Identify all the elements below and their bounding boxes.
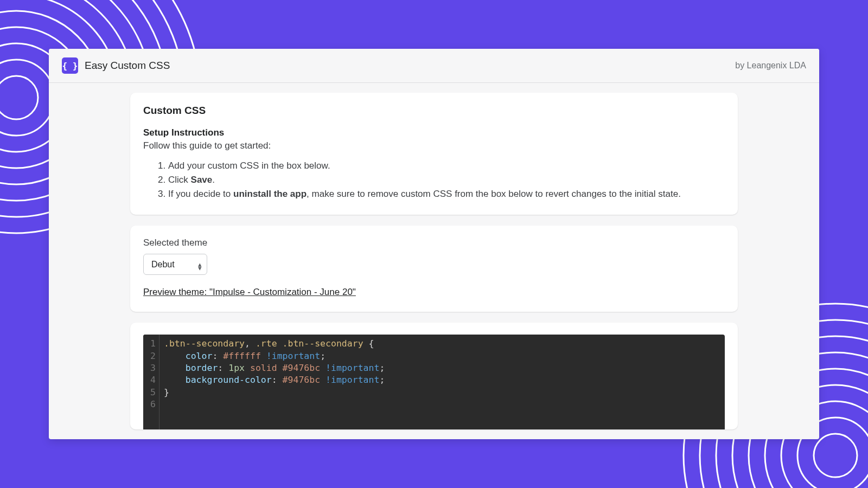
theme-select-wrap: Debut ▴▾ <box>143 254 207 275</box>
editor-card: 1 2 3 4 5 6 .btn--secondary, .rte .btn--… <box>130 323 738 429</box>
step-3-prefix: If you decide to <box>168 189 233 199</box>
preview-theme-link[interactable]: Preview theme: "Impulse - Customization … <box>143 287 356 298</box>
instructions-card: Custom CSS Setup Instructions Follow thi… <box>130 93 738 215</box>
topbar: { } Easy Custom CSS by Leangenix LDA <box>49 49 819 83</box>
line-number: 5 <box>149 387 156 399</box>
app-window: { } Easy Custom CSS by Leangenix LDA Cus… <box>49 49 819 439</box>
theme-card: Selected theme Debut ▴▾ Preview theme: "… <box>130 226 738 312</box>
steps-list: Add your custom CSS in the box below. Cl… <box>143 159 725 201</box>
svg-point-0 <box>0 76 38 119</box>
editor-lines[interactable]: .btn--secondary, .rte .btn--secondary { … <box>159 335 725 429</box>
line-number: 3 <box>149 362 156 374</box>
topbar-left: { } Easy Custom CSS <box>62 57 170 74</box>
byline: by Leangenix LDA <box>735 61 806 70</box>
step-2-suffix: . <box>212 175 215 185</box>
svg-point-1 <box>0 60 54 136</box>
app-title: Easy Custom CSS <box>85 60 170 72</box>
section-sub: Follow this guide to get started: <box>143 140 725 151</box>
svg-point-11 <box>814 434 857 477</box>
line-number: 2 <box>149 350 156 362</box>
step-2: Click Save. <box>168 173 725 187</box>
step-1: Add your custom CSS in the box below. <box>168 159 725 173</box>
line-number: 6 <box>149 399 156 410</box>
line-number: 1 <box>149 338 156 350</box>
card-title: Custom CSS <box>143 105 725 117</box>
section-title: Setup Instructions <box>143 127 725 138</box>
line-number: 4 <box>149 374 156 386</box>
theme-label: Selected theme <box>143 237 725 248</box>
step-2-bold: Save <box>191 175 213 185</box>
content: Custom CSS Setup Instructions Follow thi… <box>49 83 819 429</box>
step-3-bold: uninstall the app <box>233 189 307 199</box>
step-2-prefix: Click <box>168 175 191 185</box>
step-3-suffix: , make sure to remove custom CSS from th… <box>307 189 681 199</box>
theme-select[interactable]: Debut <box>143 254 207 275</box>
css-code-editor[interactable]: 1 2 3 4 5 6 .btn--secondary, .rte .btn--… <box>143 335 725 429</box>
editor-gutter: 1 2 3 4 5 6 <box>143 335 159 429</box>
step-3: If you decide to uninstall the app, make… <box>168 187 725 201</box>
app-logo-icon: { } <box>62 57 78 74</box>
